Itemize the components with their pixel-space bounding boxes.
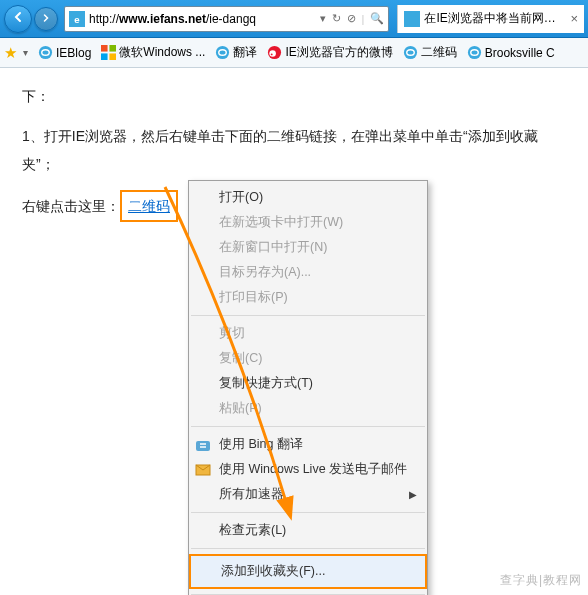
- ie-icon: [38, 45, 53, 60]
- page-line-0: 下：: [22, 82, 566, 110]
- svg-point-10: [271, 53, 273, 55]
- refresh-icon[interactable]: ↻: [332, 12, 341, 25]
- watermark: 查字典|教程网: [500, 572, 582, 589]
- address-controls: ▾ ↻ ⊘ | 🔍: [316, 12, 389, 25]
- menu-open-new-tab[interactable]: 在新选项卡中打开(W): [189, 210, 427, 235]
- submenu-arrow-icon: ▶: [409, 489, 417, 500]
- browser-tab[interactable]: 在IE浏览器中将当前网页网... ×: [397, 5, 584, 33]
- search-icon[interactable]: 🔍: [370, 12, 384, 25]
- menu-save-target[interactable]: 目标另存为(A)...: [189, 260, 427, 285]
- forward-button[interactable]: [34, 7, 58, 31]
- favorite-link[interactable]: 二维码: [399, 42, 461, 63]
- dropdown-icon[interactable]: ▾: [320, 12, 326, 25]
- menu-paste[interactable]: 粘贴(P): [189, 396, 427, 421]
- win-icon: [101, 45, 116, 60]
- favorite-label: IEBlog: [56, 46, 91, 60]
- site-icon: e: [69, 11, 85, 27]
- svg-rect-13: [196, 441, 210, 451]
- favorite-label: IE浏览器官方的微博: [285, 44, 392, 61]
- menu-inspect-element[interactable]: 检查元素(L): [189, 518, 427, 543]
- ie-icon: [403, 45, 418, 60]
- back-button[interactable]: [4, 5, 32, 33]
- favorite-link[interactable]: IE浏览器官方的微博: [263, 42, 396, 63]
- address-text: http://www.iefans.net/ie-dangq: [89, 12, 316, 26]
- favorite-link[interactable]: Brooksville C: [463, 42, 559, 63]
- svg-rect-6: [110, 53, 117, 60]
- menu-live-mail[interactable]: 使用 Windows Live 发送电子邮件: [189, 457, 427, 482]
- qr-code-link[interactable]: 二维码: [120, 190, 178, 222]
- svg-point-7: [216, 46, 229, 59]
- menu-open-new-window[interactable]: 在新窗口中打开(N): [189, 235, 427, 260]
- svg-text:e: e: [74, 13, 79, 24]
- svg-point-12: [468, 46, 481, 59]
- page-line-1: 1、打开IE浏览器，然后右键单击下面的二维码链接，在弹出菜单中单击“添加到收藏夹…: [22, 122, 566, 178]
- favorite-label: Brooksville C: [485, 46, 555, 60]
- favorite-label: 二维码: [421, 44, 457, 61]
- bing-icon: [195, 437, 211, 453]
- menu-bing-translate[interactable]: 使用 Bing 翻译: [189, 432, 427, 457]
- stop-icon[interactable]: ⊘: [347, 12, 356, 25]
- menu-copy[interactable]: 复制(C): [189, 346, 427, 371]
- weibo-icon: [267, 45, 282, 60]
- ie-icon: [467, 45, 482, 60]
- ie-icon: [215, 45, 230, 60]
- menu-cut[interactable]: 剪切: [189, 321, 427, 346]
- svg-rect-5: [101, 53, 108, 60]
- favorite-link[interactable]: 翻译: [211, 42, 261, 63]
- favorite-label: 微软Windows ...: [119, 44, 205, 61]
- svg-rect-4: [110, 45, 117, 52]
- menu-copy-shortcut[interactable]: 复制快捷方式(T): [189, 371, 427, 396]
- menu-print-target[interactable]: 打印目标(P): [189, 285, 427, 310]
- menu-add-to-favorites[interactable]: 添加到收藏夹(F)...: [189, 554, 427, 589]
- context-menu: 打开(O) 在新选项卡中打开(W) 在新窗口中打开(N) 目标另存为(A)...…: [188, 180, 428, 595]
- address-bar[interactable]: e http://www.iefans.net/ie-dangq ▾ ↻ ⊘ |…: [64, 6, 389, 32]
- menu-open[interactable]: 打开(O): [189, 185, 427, 210]
- menu-all-accelerators[interactable]: 所有加速器▶: [189, 482, 427, 507]
- svg-point-11: [404, 46, 417, 59]
- tab-title: 在IE浏览器中将当前网页网...: [424, 10, 564, 27]
- favorites-star-icon[interactable]: ★: [4, 44, 17, 62]
- tab-site-icon: [404, 11, 420, 27]
- svg-point-2: [39, 46, 52, 59]
- svg-point-9: [270, 50, 277, 57]
- favorite-label: 翻译: [233, 44, 257, 61]
- favorites-bar: ★ ▾ IEBlog微软Windows ...翻译IE浏览器官方的微博二维码Br…: [0, 38, 588, 68]
- mail-icon: [195, 462, 211, 478]
- tab-close-icon[interactable]: ×: [570, 11, 578, 26]
- arrow-right-icon: [40, 12, 52, 24]
- arrow-left-icon: [10, 9, 26, 25]
- favorites-dropdown-icon[interactable]: ▾: [23, 47, 28, 58]
- favorite-link[interactable]: 微软Windows ...: [97, 42, 209, 63]
- svg-rect-3: [101, 45, 108, 52]
- favorite-link[interactable]: IEBlog: [34, 42, 95, 63]
- browser-nav-bar: e http://www.iefans.net/ie-dangq ▾ ↻ ⊘ |…: [0, 0, 588, 38]
